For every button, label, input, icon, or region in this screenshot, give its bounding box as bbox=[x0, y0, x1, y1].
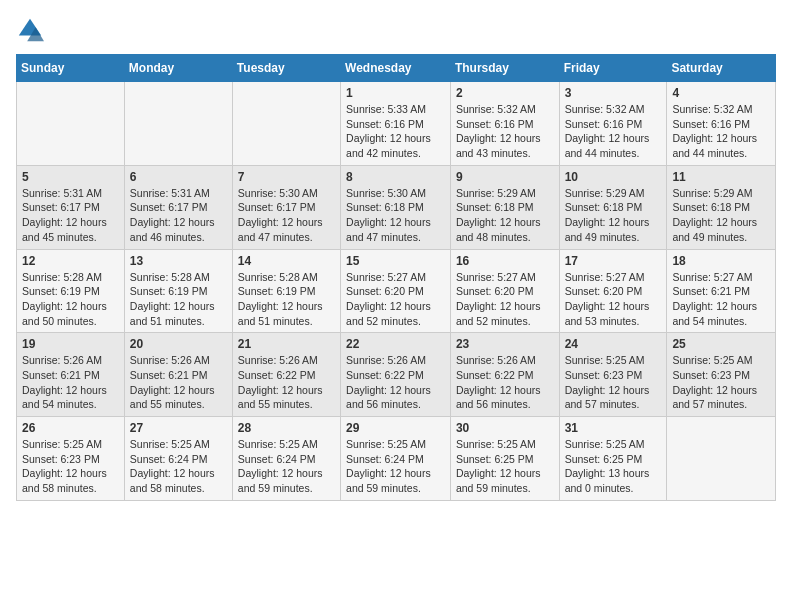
day-info: Sunrise: 5:28 AM Sunset: 6:19 PM Dayligh… bbox=[22, 270, 119, 329]
calendar-cell: 10 Sunrise: 5:29 AM Sunset: 6:18 PM Dayl… bbox=[559, 165, 667, 249]
sunrise-text: Sunrise: 5:32 AM bbox=[565, 103, 645, 115]
calendar-cell bbox=[124, 82, 232, 166]
day-info: Sunrise: 5:28 AM Sunset: 6:19 PM Dayligh… bbox=[238, 270, 335, 329]
sunset-text: Sunset: 6:16 PM bbox=[565, 118, 643, 130]
day-number: 18 bbox=[672, 254, 770, 268]
sunrise-text: Sunrise: 5:31 AM bbox=[22, 187, 102, 199]
calendar-cell: 20 Sunrise: 5:26 AM Sunset: 6:21 PM Dayl… bbox=[124, 333, 232, 417]
day-number: 11 bbox=[672, 170, 770, 184]
calendar-cell: 16 Sunrise: 5:27 AM Sunset: 6:20 PM Dayl… bbox=[450, 249, 559, 333]
sunset-text: Sunset: 6:17 PM bbox=[130, 201, 208, 213]
sunset-text: Sunset: 6:18 PM bbox=[672, 201, 750, 213]
day-number: 16 bbox=[456, 254, 554, 268]
logo-icon bbox=[16, 16, 44, 44]
sunset-text: Sunset: 6:21 PM bbox=[22, 369, 100, 381]
calendar-table: SundayMondayTuesdayWednesdayThursdayFrid… bbox=[16, 54, 776, 501]
day-number: 26 bbox=[22, 421, 119, 435]
sunrise-text: Sunrise: 5:30 AM bbox=[346, 187, 426, 199]
daylight-text: Daylight: 12 hours and 53 minutes. bbox=[565, 300, 650, 327]
sunset-text: Sunset: 6:19 PM bbox=[238, 285, 316, 297]
day-info: Sunrise: 5:26 AM Sunset: 6:21 PM Dayligh… bbox=[130, 353, 227, 412]
sunset-text: Sunset: 6:22 PM bbox=[238, 369, 316, 381]
sunrise-text: Sunrise: 5:27 AM bbox=[672, 271, 752, 283]
day-info: Sunrise: 5:25 AM Sunset: 6:24 PM Dayligh… bbox=[130, 437, 227, 496]
daylight-text: Daylight: 12 hours and 46 minutes. bbox=[130, 216, 215, 243]
daylight-text: Daylight: 12 hours and 57 minutes. bbox=[565, 384, 650, 411]
sunset-text: Sunset: 6:19 PM bbox=[130, 285, 208, 297]
sunset-text: Sunset: 6:18 PM bbox=[565, 201, 643, 213]
day-number: 27 bbox=[130, 421, 227, 435]
sunrise-text: Sunrise: 5:26 AM bbox=[456, 354, 536, 366]
calendar-cell: 24 Sunrise: 5:25 AM Sunset: 6:23 PM Dayl… bbox=[559, 333, 667, 417]
sunrise-text: Sunrise: 5:25 AM bbox=[130, 438, 210, 450]
calendar-cell: 14 Sunrise: 5:28 AM Sunset: 6:19 PM Dayl… bbox=[232, 249, 340, 333]
day-number: 4 bbox=[672, 86, 770, 100]
daylight-text: Daylight: 12 hours and 54 minutes. bbox=[672, 300, 757, 327]
day-info: Sunrise: 5:27 AM Sunset: 6:20 PM Dayligh… bbox=[565, 270, 662, 329]
sunrise-text: Sunrise: 5:26 AM bbox=[238, 354, 318, 366]
day-info: Sunrise: 5:25 AM Sunset: 6:24 PM Dayligh… bbox=[238, 437, 335, 496]
day-info: Sunrise: 5:30 AM Sunset: 6:17 PM Dayligh… bbox=[238, 186, 335, 245]
sunrise-text: Sunrise: 5:26 AM bbox=[346, 354, 426, 366]
column-header-friday: Friday bbox=[559, 55, 667, 82]
sunset-text: Sunset: 6:22 PM bbox=[346, 369, 424, 381]
day-info: Sunrise: 5:32 AM Sunset: 6:16 PM Dayligh… bbox=[565, 102, 662, 161]
calendar-cell: 9 Sunrise: 5:29 AM Sunset: 6:18 PM Dayli… bbox=[450, 165, 559, 249]
day-info: Sunrise: 5:25 AM Sunset: 6:25 PM Dayligh… bbox=[456, 437, 554, 496]
daylight-text: Daylight: 12 hours and 59 minutes. bbox=[346, 467, 431, 494]
sunrise-text: Sunrise: 5:25 AM bbox=[22, 438, 102, 450]
sunset-text: Sunset: 6:23 PM bbox=[565, 369, 643, 381]
daylight-text: Daylight: 12 hours and 54 minutes. bbox=[22, 384, 107, 411]
calendar-cell: 4 Sunrise: 5:32 AM Sunset: 6:16 PM Dayli… bbox=[667, 82, 776, 166]
calendar-cell: 7 Sunrise: 5:30 AM Sunset: 6:17 PM Dayli… bbox=[232, 165, 340, 249]
day-number: 9 bbox=[456, 170, 554, 184]
sunrise-text: Sunrise: 5:29 AM bbox=[565, 187, 645, 199]
sunrise-text: Sunrise: 5:30 AM bbox=[238, 187, 318, 199]
daylight-text: Daylight: 12 hours and 47 minutes. bbox=[346, 216, 431, 243]
day-number: 2 bbox=[456, 86, 554, 100]
day-info: Sunrise: 5:25 AM Sunset: 6:25 PM Dayligh… bbox=[565, 437, 662, 496]
daylight-text: Daylight: 12 hours and 59 minutes. bbox=[456, 467, 541, 494]
sunrise-text: Sunrise: 5:27 AM bbox=[456, 271, 536, 283]
calendar-cell: 30 Sunrise: 5:25 AM Sunset: 6:25 PM Dayl… bbox=[450, 417, 559, 501]
daylight-text: Daylight: 12 hours and 49 minutes. bbox=[565, 216, 650, 243]
day-number: 3 bbox=[565, 86, 662, 100]
sunrise-text: Sunrise: 5:25 AM bbox=[346, 438, 426, 450]
day-info: Sunrise: 5:27 AM Sunset: 6:20 PM Dayligh… bbox=[346, 270, 445, 329]
calendar-cell: 21 Sunrise: 5:26 AM Sunset: 6:22 PM Dayl… bbox=[232, 333, 340, 417]
calendar-cell: 13 Sunrise: 5:28 AM Sunset: 6:19 PM Dayl… bbox=[124, 249, 232, 333]
sunset-text: Sunset: 6:16 PM bbox=[346, 118, 424, 130]
sunset-text: Sunset: 6:22 PM bbox=[456, 369, 534, 381]
daylight-text: Daylight: 12 hours and 56 minutes. bbox=[456, 384, 541, 411]
day-number: 8 bbox=[346, 170, 445, 184]
calendar-cell bbox=[17, 82, 125, 166]
daylight-text: Daylight: 12 hours and 43 minutes. bbox=[456, 132, 541, 159]
calendar-cell: 18 Sunrise: 5:27 AM Sunset: 6:21 PM Dayl… bbox=[667, 249, 776, 333]
daylight-text: Daylight: 12 hours and 44 minutes. bbox=[672, 132, 757, 159]
calendar-cell: 22 Sunrise: 5:26 AM Sunset: 6:22 PM Dayl… bbox=[341, 333, 451, 417]
sunset-text: Sunset: 6:16 PM bbox=[672, 118, 750, 130]
calendar-cell: 23 Sunrise: 5:26 AM Sunset: 6:22 PM Dayl… bbox=[450, 333, 559, 417]
daylight-text: Daylight: 12 hours and 45 minutes. bbox=[22, 216, 107, 243]
calendar-cell: 11 Sunrise: 5:29 AM Sunset: 6:18 PM Dayl… bbox=[667, 165, 776, 249]
sunset-text: Sunset: 6:23 PM bbox=[672, 369, 750, 381]
page-header bbox=[16, 16, 776, 44]
day-info: Sunrise: 5:25 AM Sunset: 6:23 PM Dayligh… bbox=[22, 437, 119, 496]
calendar-cell: 31 Sunrise: 5:25 AM Sunset: 6:25 PM Dayl… bbox=[559, 417, 667, 501]
day-number: 21 bbox=[238, 337, 335, 351]
day-info: Sunrise: 5:29 AM Sunset: 6:18 PM Dayligh… bbox=[456, 186, 554, 245]
sunset-text: Sunset: 6:16 PM bbox=[456, 118, 534, 130]
sunrise-text: Sunrise: 5:32 AM bbox=[672, 103, 752, 115]
week-row-1: 1 Sunrise: 5:33 AM Sunset: 6:16 PM Dayli… bbox=[17, 82, 776, 166]
day-number: 1 bbox=[346, 86, 445, 100]
sunrise-text: Sunrise: 5:32 AM bbox=[456, 103, 536, 115]
day-info: Sunrise: 5:29 AM Sunset: 6:18 PM Dayligh… bbox=[565, 186, 662, 245]
sunset-text: Sunset: 6:17 PM bbox=[238, 201, 316, 213]
daylight-text: Daylight: 12 hours and 47 minutes. bbox=[238, 216, 323, 243]
day-info: Sunrise: 5:26 AM Sunset: 6:22 PM Dayligh… bbox=[238, 353, 335, 412]
column-header-wednesday: Wednesday bbox=[341, 55, 451, 82]
day-number: 28 bbox=[238, 421, 335, 435]
sunset-text: Sunset: 6:21 PM bbox=[130, 369, 208, 381]
daylight-text: Daylight: 12 hours and 57 minutes. bbox=[672, 384, 757, 411]
sunrise-text: Sunrise: 5:28 AM bbox=[22, 271, 102, 283]
